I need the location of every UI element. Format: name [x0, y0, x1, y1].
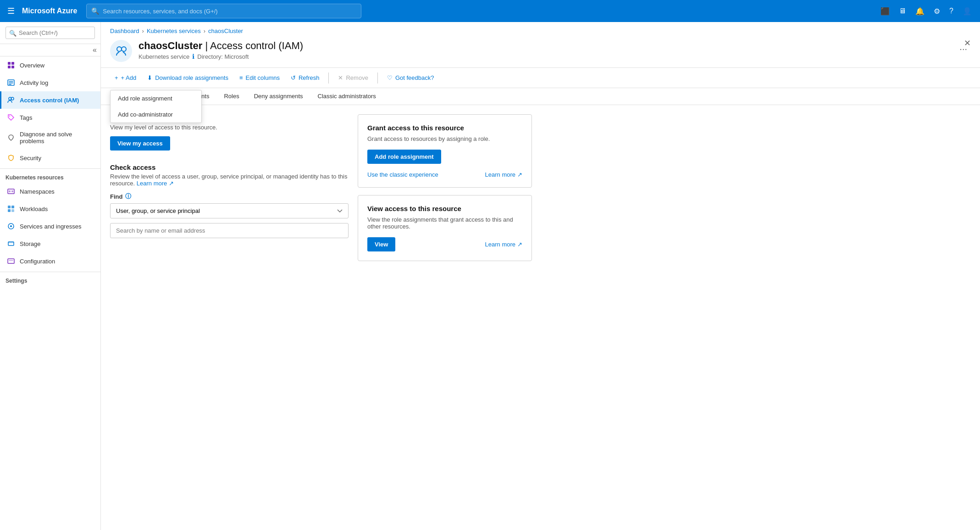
content-left-panel: My access View my level of access to thi… — [110, 114, 349, 521]
feedback-button[interactable]: ♡ Got feedback? — [382, 72, 439, 84]
my-access-desc: View my level of access to this resource… — [110, 124, 349, 131]
sidebar-item-namespaces[interactable]: Namespaces — [0, 183, 100, 200]
sidebar-item-activity-log[interactable]: Activity log — [0, 74, 100, 91]
help-icon[interactable]: ? — [947, 4, 956, 18]
main-layout: 🔍 « Overview Activity log — [0, 22, 980, 530]
view-learn-more-link[interactable]: Learn more ↗ — [485, 241, 522, 248]
find-select-dropdown[interactable]: User, group, or service principal Manage… — [110, 203, 349, 218]
check-access-section: Check access Review the level of access … — [110, 163, 349, 238]
svg-rect-1 — [11, 62, 14, 65]
svg-rect-17 — [11, 209, 14, 212]
sidebar-search-container: 🔍 — [0, 22, 100, 44]
columns-icon: ≡ — [239, 74, 243, 81]
main-content-area: Dashboard › Kubernetes services › chaosC… — [101, 22, 980, 530]
add-role-assignment-button[interactable]: Add role assignment — [367, 150, 441, 164]
toolbar-separator — [328, 73, 329, 84]
remove-icon: ✕ — [338, 74, 343, 81]
check-access-title: Check access — [110, 163, 349, 171]
view-external-icon: ↗ — [517, 241, 522, 248]
sidebar-item-configuration[interactable]: Configuration — [0, 252, 100, 270]
account-icon[interactable]: 👤 — [960, 4, 974, 18]
sidebar-collapse-button[interactable]: « — [93, 46, 97, 54]
breadcrumb: Dashboard › Kubernetes services › chaosC… — [101, 22, 980, 38]
tab-deny-assignments[interactable]: Deny assignments — [247, 88, 310, 105]
sidebar-item-security[interactable]: Security — [0, 149, 100, 167]
sidebar-item-label-iam: Access control (IAM) — [20, 97, 79, 104]
security-icon — [7, 154, 15, 162]
global-search-input[interactable] — [103, 8, 356, 15]
refresh-icon: ↺ — [291, 74, 296, 81]
sidebar-item-overview[interactable]: Overview — [0, 56, 100, 74]
sidebar-section-settings: Settings — [0, 272, 100, 286]
svg-rect-3 — [11, 66, 14, 68]
refresh-label: Refresh — [299, 74, 320, 81]
view-my-access-button[interactable]: View my access — [110, 136, 170, 151]
find-label: Find ⓘ — [110, 192, 349, 201]
classic-experience-link[interactable]: Use the classic experience — [367, 171, 438, 178]
portal-feedback-icon[interactable]: 🖥 — [896, 4, 909, 18]
breadcrumb-dashboard[interactable]: Dashboard — [110, 28, 139, 34]
namespaces-icon — [7, 187, 15, 195]
content-body: My access View my level of access to thi… — [101, 105, 980, 530]
info-icon[interactable]: ℹ — [192, 53, 194, 60]
breadcrumb-kubernetes[interactable]: Kubernetes services — [147, 28, 201, 34]
grant-card-desc: Grant access to resources by assigning a… — [367, 135, 522, 142]
page-header: chaosCluster | Access control (IAM) Kube… — [101, 38, 980, 68]
global-search-bar[interactable]: 🔍 — [86, 4, 361, 18]
sidebar-item-tags[interactable]: Tags — [0, 109, 100, 126]
find-info-icon[interactable]: ⓘ — [125, 192, 131, 201]
sidebar-item-label-namespaces: Namespaces — [20, 188, 55, 195]
grant-learn-more-link[interactable]: Learn more ↗ — [485, 171, 522, 178]
remove-label: Remove — [346, 74, 368, 81]
download-icon: ⬇ — [147, 74, 152, 81]
storage-icon — [7, 240, 15, 248]
sidebar-item-diagnose[interactable]: Diagnose and solve problems — [0, 126, 100, 149]
dropdown-item-add-coadmin[interactable]: Add co-administrator — [111, 106, 201, 123]
svg-rect-16 — [8, 209, 11, 212]
sidebar-item-workloads[interactable]: Workloads — [0, 200, 100, 218]
grant-card-actions: Use the classic experience Learn more ↗ — [367, 171, 522, 178]
tab-roles[interactable]: Roles — [216, 88, 246, 105]
breadcrumb-sep-1: › — [142, 28, 144, 34]
add-button[interactable]: + + Add — [110, 72, 141, 84]
check-access-learn-more-link[interactable]: Learn more ↗ — [137, 180, 174, 187]
search-by-name-input[interactable] — [110, 223, 349, 238]
sidebar-item-label-activity: Activity log — [20, 79, 48, 86]
notifications-icon[interactable]: 🔔 — [913, 4, 927, 18]
view-access-card: View access to this resource View the ro… — [358, 195, 532, 261]
hamburger-icon[interactable]: ☰ — [6, 4, 17, 18]
svg-point-19 — [10, 225, 12, 227]
edit-columns-button[interactable]: ≡ Edit columns — [235, 72, 284, 84]
sidebar-item-label-services: Services and ingresses — [20, 223, 81, 230]
toolbar-separator-2 — [377, 73, 378, 84]
view-card-desc: View the role assignments that grant acc… — [367, 216, 522, 230]
dropdown-item-add-role[interactable]: Add role assignment — [111, 90, 201, 106]
feedback-label: Got feedback? — [395, 74, 434, 81]
add-icon: + — [115, 74, 118, 81]
close-button[interactable]: ✕ — [964, 38, 971, 48]
tab-classic-admins[interactable]: Classic administrators — [310, 88, 383, 105]
download-label: Download role assignments — [155, 74, 228, 81]
check-access-desc: Review the level of access a user, group… — [110, 173, 349, 187]
refresh-button[interactable]: ↺ Refresh — [286, 72, 324, 84]
sidebar-search-input[interactable] — [6, 27, 95, 39]
sidebar-collapse-container: « — [0, 44, 100, 56]
grant-external-icon: ↗ — [517, 171, 522, 178]
sidebar-item-storage[interactable]: Storage — [0, 235, 100, 252]
svg-rect-21 — [8, 242, 14, 243]
cloud-shell-icon[interactable]: ⬛ — [878, 4, 892, 18]
overview-icon — [7, 61, 15, 69]
sidebar-item-label-workloads: Workloads — [20, 206, 48, 212]
view-button[interactable]: View — [367, 237, 395, 251]
edit-columns-label: Edit columns — [246, 74, 280, 81]
breadcrumb-cluster[interactable]: chaosCluster — [208, 28, 243, 34]
sidebar-item-access-control[interactable]: Access control (IAM) — [0, 91, 100, 109]
svg-rect-23 — [9, 260, 13, 261]
download-button[interactable]: ⬇ Download role assignments — [143, 72, 233, 84]
add-dropdown-menu: Add role assignment Add co-administrator — [110, 90, 202, 123]
svg-rect-2 — [8, 66, 11, 68]
remove-button[interactable]: ✕ Remove — [333, 72, 372, 84]
settings-icon[interactable]: ⚙ — [931, 4, 943, 18]
sidebar-section-kubernetes: Kubernetes resources — [0, 168, 100, 183]
sidebar-item-services[interactable]: Services and ingresses — [0, 218, 100, 235]
